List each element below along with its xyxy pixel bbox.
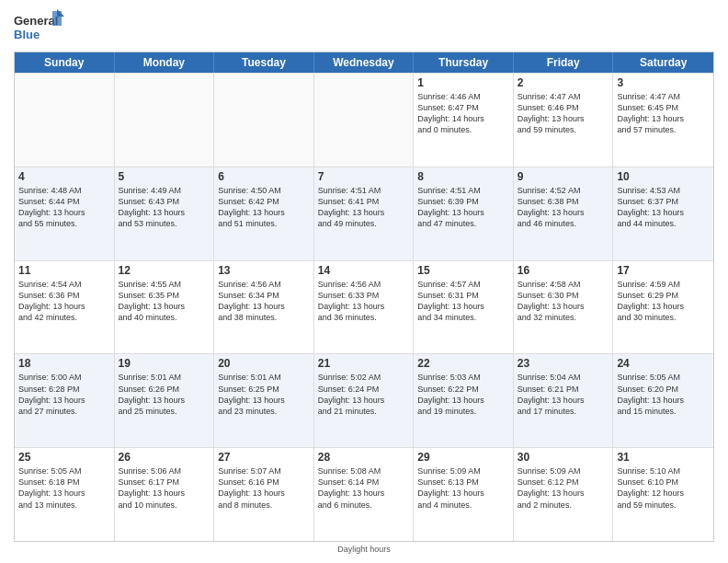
day-info: Sunrise: 5:05 AM Sunset: 6:20 PM Dayligh… (617, 372, 710, 417)
day-info: Sunrise: 5:06 AM Sunset: 6:17 PM Dayligh… (119, 465, 210, 511)
day-of-week-monday: Monday (115, 52, 215, 73)
day-info: Sunrise: 4:51 AM Sunset: 6:39 PM Dayligh… (417, 185, 509, 230)
day-cell-3: 3Sunrise: 4:47 AM Sunset: 6:45 PM Daylig… (613, 74, 713, 167)
day-info: Sunrise: 4:57 AM Sunset: 6:31 PM Dayligh… (417, 279, 509, 324)
calendar-week-4: 18Sunrise: 5:00 AM Sunset: 6:28 PM Dayli… (15, 353, 713, 447)
day-number: 6 (218, 170, 310, 183)
day-number: 5 (119, 170, 210, 183)
day-cell-31: 31Sunrise: 5:10 AM Sunset: 6:10 PM Dayli… (613, 448, 713, 541)
day-number: 4 (18, 170, 110, 183)
day-info: Sunrise: 4:56 AM Sunset: 6:34 PM Dayligh… (218, 279, 310, 324)
day-number: 21 (318, 357, 410, 370)
day-info: Sunrise: 5:09 AM Sunset: 6:13 PM Dayligh… (417, 465, 509, 511)
day-cell-13: 13Sunrise: 4:56 AM Sunset: 6:34 PM Dayli… (214, 261, 314, 354)
day-of-week-thursday: Thursday (414, 52, 514, 73)
calendar-week-5: 25Sunrise: 5:05 AM Sunset: 6:18 PM Dayli… (15, 447, 713, 541)
day-number: 25 (18, 451, 110, 464)
day-of-week-tuesday: Tuesday (214, 52, 314, 73)
day-cell-19: 19Sunrise: 5:01 AM Sunset: 6:26 PM Dayli… (115, 354, 215, 447)
day-cell-1: 1Sunrise: 4:46 AM Sunset: 6:47 PM Daylig… (414, 74, 514, 167)
day-of-week-saturday: Saturday (613, 52, 713, 73)
svg-text:General: General (14, 14, 58, 28)
day-info: Sunrise: 4:50 AM Sunset: 6:42 PM Dayligh… (218, 185, 310, 230)
day-info: Sunrise: 4:51 AM Sunset: 6:41 PM Dayligh… (318, 185, 410, 230)
day-cell-15: 15Sunrise: 4:57 AM Sunset: 6:31 PM Dayli… (414, 261, 514, 354)
day-cell-16: 16Sunrise: 4:58 AM Sunset: 6:30 PM Dayli… (514, 261, 614, 354)
day-number: 24 (617, 357, 710, 370)
day-number: 27 (218, 451, 310, 464)
day-info: Sunrise: 4:52 AM Sunset: 6:38 PM Dayligh… (518, 185, 609, 230)
day-number: 28 (318, 451, 410, 464)
svg-marker-3 (57, 9, 64, 17)
day-cell-10: 10Sunrise: 4:53 AM Sunset: 6:37 PM Dayli… (613, 167, 713, 260)
day-number: 19 (119, 357, 210, 370)
day-number: 13 (218, 264, 310, 277)
day-info: Sunrise: 4:47 AM Sunset: 6:46 PM Dayligh… (518, 91, 609, 136)
day-info: Sunrise: 5:10 AM Sunset: 6:10 PM Dayligh… (617, 465, 710, 511)
day-info: Sunrise: 4:46 AM Sunset: 6:47 PM Dayligh… (417, 91, 509, 136)
day-info: Sunrise: 5:04 AM Sunset: 6:21 PM Dayligh… (518, 372, 609, 417)
day-cell-27: 27Sunrise: 5:07 AM Sunset: 6:16 PM Dayli… (214, 448, 314, 541)
day-info: Sunrise: 5:07 AM Sunset: 6:16 PM Dayligh… (218, 465, 310, 511)
day-cell-30: 30Sunrise: 5:09 AM Sunset: 6:12 PM Dayli… (514, 448, 614, 541)
day-info: Sunrise: 4:53 AM Sunset: 6:37 PM Dayligh… (617, 185, 710, 230)
day-cell-22: 22Sunrise: 5:03 AM Sunset: 6:22 PM Dayli… (414, 354, 514, 447)
day-number: 8 (417, 170, 509, 183)
day-info: Sunrise: 4:58 AM Sunset: 6:30 PM Dayligh… (518, 279, 609, 324)
day-of-week-wednesday: Wednesday (314, 52, 415, 73)
day-info: Sunrise: 4:55 AM Sunset: 6:35 PM Dayligh… (119, 279, 210, 324)
logo-svg: General Blue (14, 9, 64, 46)
footer-note: Daylight hours (14, 545, 714, 554)
calendar-body: 1Sunrise: 4:46 AM Sunset: 6:47 PM Daylig… (15, 73, 713, 541)
empty-cell (115, 74, 215, 167)
day-info: Sunrise: 4:54 AM Sunset: 6:36 PM Dayligh… (18, 279, 110, 324)
day-info: Sunrise: 5:02 AM Sunset: 6:24 PM Dayligh… (318, 372, 410, 417)
day-number: 26 (119, 451, 210, 464)
day-number: 12 (119, 264, 210, 277)
day-number: 14 (318, 264, 410, 277)
day-info: Sunrise: 4:48 AM Sunset: 6:44 PM Dayligh… (18, 185, 110, 230)
day-cell-7: 7Sunrise: 4:51 AM Sunset: 6:41 PM Daylig… (314, 167, 415, 260)
day-info: Sunrise: 4:49 AM Sunset: 6:43 PM Dayligh… (119, 185, 210, 230)
calendar-week-1: 1Sunrise: 4:46 AM Sunset: 6:47 PM Daylig… (15, 73, 713, 167)
day-cell-4: 4Sunrise: 4:48 AM Sunset: 6:44 PM Daylig… (15, 167, 115, 260)
day-number: 10 (617, 170, 710, 183)
day-number: 9 (518, 170, 609, 183)
day-number: 11 (18, 264, 110, 277)
day-number: 1 (417, 76, 509, 89)
day-number: 22 (417, 357, 509, 370)
page-header: General Blue (14, 9, 714, 46)
day-info: Sunrise: 5:08 AM Sunset: 6:14 PM Dayligh… (318, 465, 410, 511)
day-number: 29 (417, 451, 509, 464)
day-number: 15 (417, 264, 509, 277)
day-of-week-friday: Friday (514, 52, 614, 73)
day-cell-11: 11Sunrise: 4:54 AM Sunset: 6:36 PM Dayli… (15, 261, 115, 354)
day-number: 23 (518, 357, 609, 370)
calendar-header-row: SundayMondayTuesdayWednesdayThursdayFrid… (15, 52, 713, 73)
day-number: 18 (18, 357, 110, 370)
day-cell-9: 9Sunrise: 4:52 AM Sunset: 6:38 PM Daylig… (514, 167, 614, 260)
day-cell-18: 18Sunrise: 5:00 AM Sunset: 6:28 PM Dayli… (15, 354, 115, 447)
day-info: Sunrise: 5:05 AM Sunset: 6:18 PM Dayligh… (18, 465, 110, 511)
day-cell-21: 21Sunrise: 5:02 AM Sunset: 6:24 PM Dayli… (314, 354, 415, 447)
day-info: Sunrise: 4:59 AM Sunset: 6:29 PM Dayligh… (617, 279, 710, 324)
day-cell-29: 29Sunrise: 5:09 AM Sunset: 6:13 PM Dayli… (414, 448, 514, 541)
day-number: 2 (518, 76, 609, 89)
day-info: Sunrise: 5:00 AM Sunset: 6:28 PM Dayligh… (18, 372, 110, 417)
empty-cell (214, 74, 314, 167)
day-number: 20 (218, 357, 310, 370)
day-cell-23: 23Sunrise: 5:04 AM Sunset: 6:21 PM Dayli… (514, 354, 614, 447)
calendar: SundayMondayTuesdayWednesdayThursdayFrid… (14, 52, 714, 542)
day-info: Sunrise: 4:47 AM Sunset: 6:45 PM Dayligh… (617, 91, 710, 136)
day-info: Sunrise: 5:01 AM Sunset: 6:26 PM Dayligh… (119, 372, 210, 417)
day-cell-25: 25Sunrise: 5:05 AM Sunset: 6:18 PM Dayli… (15, 448, 115, 541)
day-number: 17 (617, 264, 710, 277)
day-cell-26: 26Sunrise: 5:06 AM Sunset: 6:17 PM Dayli… (115, 448, 215, 541)
day-cell-12: 12Sunrise: 4:55 AM Sunset: 6:35 PM Dayli… (115, 261, 215, 354)
day-info: Sunrise: 4:56 AM Sunset: 6:33 PM Dayligh… (318, 279, 410, 324)
day-cell-8: 8Sunrise: 4:51 AM Sunset: 6:39 PM Daylig… (414, 167, 514, 260)
day-number: 31 (617, 451, 710, 464)
day-cell-28: 28Sunrise: 5:08 AM Sunset: 6:14 PM Dayli… (314, 448, 415, 541)
day-cell-5: 5Sunrise: 4:49 AM Sunset: 6:43 PM Daylig… (115, 167, 215, 260)
day-info: Sunrise: 5:03 AM Sunset: 6:22 PM Dayligh… (417, 372, 509, 417)
